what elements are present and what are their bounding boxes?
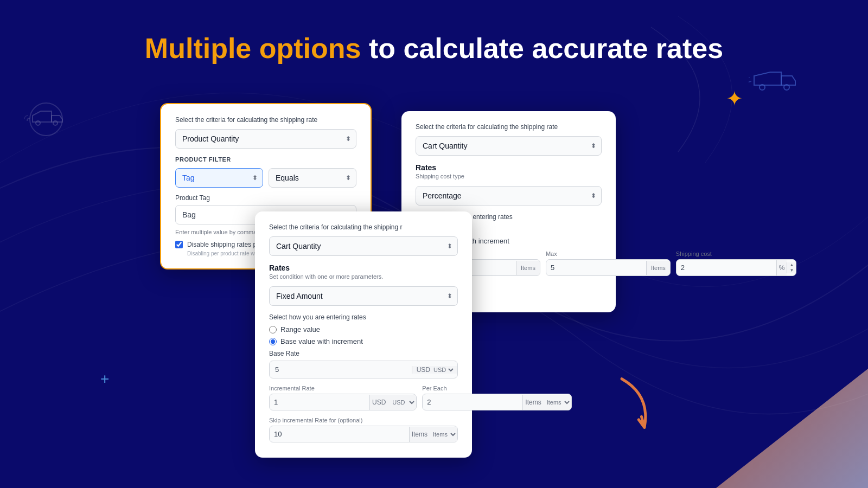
card3-criteria-select[interactable]: Cart Quantity (269, 236, 458, 256)
arrow-decoration (593, 365, 676, 448)
card1-criteria-label: Select the criteria for calculating the … (175, 116, 356, 124)
svg-point-0 (30, 103, 62, 136)
card2-criteria-select-wrapper: Cart Quantity ⬍ (416, 136, 602, 156)
card3-skip-suffix-wrapper: Items Items (409, 427, 457, 442)
card1-product-filter-title: PRODUCT FILTER (175, 156, 356, 163)
card2-rates-sub: Shipping cost type (416, 173, 602, 179)
card3-skip-row: Skip incremental Rate for (optional) Ite… (269, 417, 458, 442)
card2-shipping-cost-wrapper: % ▲ ▼ (676, 259, 797, 276)
card1-filter-row: Tag ⬍ Equals ⬍ (175, 168, 356, 188)
card3-per-each-label: Per Each (422, 385, 571, 391)
card2-pct-arrows: ▲ ▼ (787, 262, 796, 273)
card2-max-col: Max Items (546, 251, 671, 276)
card3-per-each-wrapper: Items Items (422, 394, 571, 410)
card3-radio-range-label: Range value (280, 325, 320, 333)
card3-entering-rates-label: Select how you are entering rates (269, 313, 458, 321)
card2-pct-down-button[interactable]: ▼ (787, 268, 796, 273)
card3-incr-rate-label: Incremental Rate (269, 385, 417, 391)
card3-rates-title: Rates (269, 264, 458, 272)
card1-product-tag-label: Product Tag (175, 194, 356, 202)
card2-rates-title: Rates (416, 163, 602, 172)
card3-incr-currency-select[interactable]: USD (388, 399, 416, 406)
card2-pct-symbol: % (776, 260, 787, 275)
card-cart-quantity-fixed: Select the criteria for calculating the … (255, 211, 472, 458)
card3-per-each-select[interactable]: Items (544, 399, 571, 406)
card1-filter-operator-wrapper: Equals ⬍ (269, 168, 356, 188)
card2-shipping-cost-label: Shipping cost (676, 251, 797, 257)
card3-radio-base: Base value with increment (269, 337, 458, 345)
card3-incr-rate-col: Incremental Rate USD USD (269, 385, 417, 410)
card3-skip-input[interactable] (270, 426, 409, 442)
card3-skip-wrapper: Items Items (269, 426, 458, 442)
card3-skip-suffix: Items (410, 427, 430, 442)
card3-base-rate-currency-wrapper: USD USD (412, 366, 457, 374)
card3-criteria-label: Select the criteria for calculating the … (269, 223, 458, 231)
card2-max-input-wrapper: Items (546, 259, 671, 276)
card3-skip-select[interactable]: Items (430, 431, 457, 438)
card1-filter-type-select[interactable]: Tag (175, 168, 263, 188)
card3-incremental-row: Incremental Rate USD USD Per Each (269, 385, 458, 410)
card3-per-each-suffix-wrapper: Items Items (522, 395, 571, 410)
card1-disable-checkbox[interactable] (175, 241, 183, 248)
card3-per-each-input[interactable] (423, 394, 522, 410)
gradient-corner-decoration (716, 369, 868, 488)
card3-radio-base-input[interactable] (269, 338, 277, 345)
card3-cost-type-select[interactable]: Fixed Amount (269, 286, 458, 306)
card2-max-input[interactable] (546, 260, 646, 275)
card3-incr-currency-wrapper: USD USD (369, 395, 416, 410)
card1-filter-type-wrapper: Tag ⬍ (175, 168, 263, 188)
card1-criteria-select[interactable]: Product Quantity (175, 129, 356, 149)
card3-per-each-col: Per Each Items Items (422, 385, 571, 410)
card3-cost-type-wrapper: Fixed Amount ⬍ (269, 286, 458, 306)
card2-criteria-label: Select the criteria for calculating the … (416, 123, 602, 131)
card3-rates-sub: Set condition with one or more parameter… (269, 273, 458, 280)
card3-per-each-suffix: Items (523, 395, 543, 410)
card2-cost-type-select[interactable]: Percentage (416, 186, 602, 206)
card2-pct-suffix-wrapper: % ▲ ▼ (776, 260, 796, 275)
card2-criteria-select[interactable]: Cart Quantity (416, 136, 602, 156)
page-header: Multiple options to calculate accurate r… (0, 0, 868, 65)
card2-max-label: Max (546, 251, 671, 257)
truck-icon-left (22, 100, 71, 138)
card2-shipping-cost-input[interactable] (676, 260, 776, 275)
card3-base-rate-input[interactable] (270, 361, 412, 378)
card3-incr-currency: USD (370, 395, 388, 410)
card2-shipping-cost-col: Shipping cost % ▲ ▼ (676, 251, 797, 276)
card1-filter-operator-select[interactable]: Equals (269, 168, 356, 188)
card2-min-suffix: Items (516, 261, 540, 275)
star-decoration: ✦ (726, 87, 743, 111)
card3-skip-label: Skip incremental Rate for (optional) (269, 417, 458, 423)
card3-incr-rate-wrapper: USD USD (269, 394, 417, 410)
truck-icon-right (749, 62, 797, 100)
card2-cost-type-wrapper: Percentage ⬍ (416, 186, 602, 206)
card3-base-rate-row: USD USD (269, 361, 458, 378)
card3-base-rate-label: Base Rate (269, 350, 458, 357)
card3-radio-range: Range value (269, 325, 458, 333)
card3-currency-select[interactable]: USD (431, 366, 455, 374)
card1-criteria-select-wrapper: Product Quantity ⬍ (175, 129, 356, 149)
card3-radio-range-input[interactable] (269, 326, 277, 333)
card3-radio-base-label: Base value with increment (280, 337, 363, 345)
plus-decoration: + (100, 370, 109, 388)
card3-base-rate-currency: USD (417, 366, 430, 374)
card2-max-suffix: Items (646, 261, 670, 275)
card2-pct-up-button[interactable]: ▲ (787, 262, 796, 268)
page-title: Multiple options to calculate accurate r… (0, 33, 868, 65)
card3-criteria-select-wrapper: Cart Quantity ⬍ (269, 236, 458, 256)
card3-incr-rate-input[interactable] (270, 394, 369, 410)
